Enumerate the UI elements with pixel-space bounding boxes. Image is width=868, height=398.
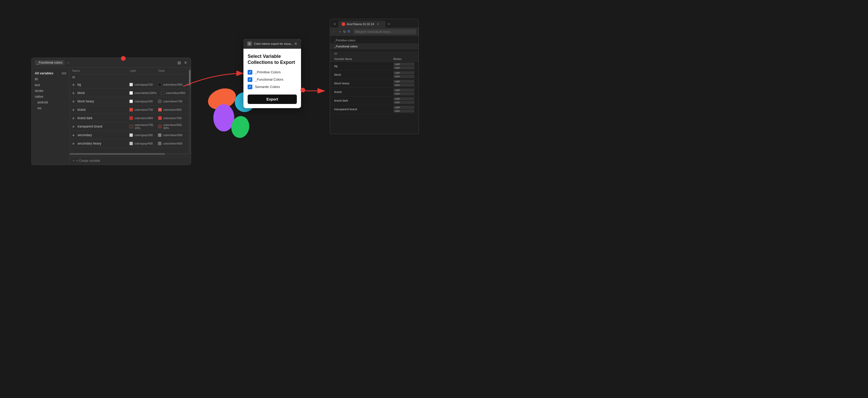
bc-col-name: Variable Name — [334, 58, 394, 60]
row-name-bg: ◈ bg — [70, 82, 127, 88]
panel-close-icon[interactable]: ✕ — [184, 60, 188, 65]
row-name-secondary-heavy: ◈ secondary heavy — [70, 141, 127, 146]
bc-table-row[interactable]: brand Light Dark — [330, 88, 418, 96]
bc-sidebar: _Primitive colors _Functional colors — [330, 36, 418, 51]
browser-content: _Primitive colors _Functional colors fil… — [330, 36, 418, 133]
color-swatch — [129, 142, 133, 145]
bc-table-row[interactable]: block Light Dark — [330, 70, 418, 79]
col-header-name: Name — [70, 69, 127, 72]
bc-table-row[interactable]: bg Light Dark — [330, 62, 418, 70]
checkbox-functional-colors[interactable]: ✓ _Functional Colors — [248, 77, 297, 82]
color-swatch — [158, 108, 162, 112]
row-name-block-heavy: ◈ block heavy — [70, 98, 127, 104]
table-row[interactable]: ◈ brand color/anor/700 color/anor/650 — [70, 105, 191, 114]
create-variable-button[interactable]: + + Create variable — [70, 157, 191, 165]
sidebar-item-android[interactable]: android — [32, 99, 69, 105]
row-name-brand: ◈ brand — [70, 107, 127, 113]
checkbox-primitive-label: _Primitive Colors — [255, 70, 281, 74]
back-button[interactable]: ← — [333, 30, 336, 34]
plus-icon: + — [73, 159, 74, 163]
scrollbar-thumb[interactable] — [189, 70, 191, 86]
checkbox-primitive-colors[interactable]: ✓ _Primitive Colors — [248, 70, 297, 74]
create-variable-label: + Create variable — [76, 159, 100, 163]
export-button[interactable]: Export — [248, 94, 297, 104]
table-row[interactable]: ◈ secondary color/gray/300 color/silver/… — [70, 131, 191, 139]
bc-table-row[interactable]: block heavy Light Dark — [330, 79, 418, 88]
table-row[interactable]: ◈ transparent brand color/anor/700, 15% … — [70, 122, 191, 131]
browser-chrome: ▾ AnorTokens 01.02.24 ✕ + ← → ↻ G — [330, 19, 418, 36]
mode-tag-dark: Dark — [394, 92, 414, 95]
new-tab-icon[interactable]: + — [388, 22, 390, 26]
browser-tab-active[interactable]: AnorTokens 01.02.24 ✕ — [338, 21, 385, 28]
sidebar-item-text[interactable]: text — [32, 82, 69, 88]
browser-window: ▾ AnorTokens 01.02.24 ✕ + ← → ↻ G _Primi… — [330, 19, 419, 134]
col-header-light: Light — [127, 69, 156, 72]
dialog-header-left: ⟨⟩ Color tokens export for visua... — [247, 41, 293, 46]
tab-close-icon[interactable]: ✕ — [377, 23, 379, 26]
table-row[interactable]: ◈ secondary heavy color/gray/400 color/s… — [70, 139, 191, 148]
row-cell-light-tb: color/anor/700, 15% — [127, 122, 156, 131]
row-cell-light-bd: color/anor/800 — [127, 115, 156, 121]
row-cell-dark-brand: color/anor/650 — [156, 107, 185, 113]
tab-title: AnorTokens 01.02.24 — [347, 23, 374, 26]
row-cell-dark-bd: color/anor/700 — [156, 115, 185, 121]
color-swatch — [158, 125, 162, 128]
table-row[interactable]: ◈ brand dark color/anor/800 color/anor/7… — [70, 114, 191, 122]
row-cell-light-sec: color/gray/300 — [127, 132, 156, 138]
panel-title-area: _Functional colors ··· — [35, 60, 70, 65]
mode-tag-dark: Dark — [394, 66, 414, 69]
sidebar-item-ios[interactable]: ios — [32, 105, 69, 111]
checkbox-functional-box[interactable]: ✓ — [248, 77, 252, 82]
row-name-transparent-brand: ◈ transparent brand — [70, 124, 127, 129]
color-swatch — [158, 133, 161, 137]
bc-sidebar-item-primitive[interactable]: _Primitive colors — [330, 37, 418, 43]
col-header-dark: Dark — [156, 69, 185, 72]
bc-col-modes: Modes — [394, 58, 414, 60]
variable-icon: ◈ — [72, 133, 76, 137]
all-variables-item[interactable]: All variables 102 — [32, 70, 69, 76]
checkbox-primitive-box[interactable]: ✓ — [248, 70, 252, 74]
scrollbar-horizontal-thumb[interactable] — [70, 153, 165, 155]
refresh-button[interactable]: ↻ — [343, 30, 346, 34]
address-input[interactable] — [353, 29, 416, 34]
sidebar-item-native[interactable]: native — [32, 94, 69, 99]
mode-tag-light: Light — [394, 106, 414, 109]
color-swatch — [129, 83, 133, 86]
row-cell-light-bh: color/gray/200 — [127, 98, 156, 104]
color-swatch — [129, 116, 133, 120]
bc-table-row[interactable]: brand dark Light Dark — [330, 96, 418, 105]
mode-tag-light: Light — [394, 63, 414, 66]
row-name-block: ◈ block — [70, 90, 127, 96]
row-cell-dark-sh: color/silver/600 — [156, 141, 185, 146]
table-row[interactable]: ◈ block heavy color/gray/200 color/silve… — [70, 97, 191, 105]
checkbox-semantic-colors[interactable]: ✓ Semantic Colors — [248, 85, 297, 89]
variable-icon: ◈ — [72, 116, 76, 120]
row-cell-light-bg: color/gray/150 — [127, 82, 156, 88]
color-swatch — [158, 99, 161, 103]
sidebar-item-fill[interactable]: fill — [32, 76, 69, 82]
scrollbar-horizontal-track[interactable] — [70, 153, 189, 155]
bc-table-header: Variable Name Modes — [330, 57, 418, 62]
mode-tag-dark: Dark — [394, 110, 414, 113]
bc-table-row[interactable]: transparent brand Light Dark — [330, 105, 418, 114]
forward-button[interactable]: → — [338, 30, 342, 34]
check-icon: ✓ — [249, 85, 251, 89]
panel-title[interactable]: _Functional colors — [35, 60, 64, 65]
checkbox-semantic-label: Semantic Colors — [255, 85, 280, 89]
panel-layout-icon[interactable]: ▤ — [177, 60, 181, 65]
row-cell-light-sh: color/gray/400 — [127, 141, 156, 146]
bc-sidebar-item-functional[interactable]: _Functional colors — [330, 43, 418, 50]
variable-icon: ◈ — [72, 83, 76, 86]
checkbox-semantic-box[interactable]: ✓ — [248, 85, 252, 89]
row-name-secondary: ◈ secondary — [70, 132, 127, 138]
table-row[interactable]: ◈ block color/white/100% color/silver/85… — [70, 89, 191, 97]
table-row[interactable]: ◈ bg color/gray/150 color/silver/950 ⧉ — [70, 81, 191, 89]
browser-chevron-down-icon[interactable]: ▾ — [332, 22, 337, 27]
panel-menu-icon[interactable]: ··· — [66, 60, 70, 65]
scrollbar-track[interactable] — [189, 67, 191, 154]
google-icon: G — [348, 30, 352, 34]
mode-tag-dark: Dark — [394, 75, 414, 78]
dialog-close-button[interactable]: ✕ — [294, 42, 297, 46]
sidebar-item-stroke[interactable]: stroke — [32, 88, 69, 94]
table-body: fill ◈ bg color/gray/150 color/silver/95… — [70, 74, 191, 157]
